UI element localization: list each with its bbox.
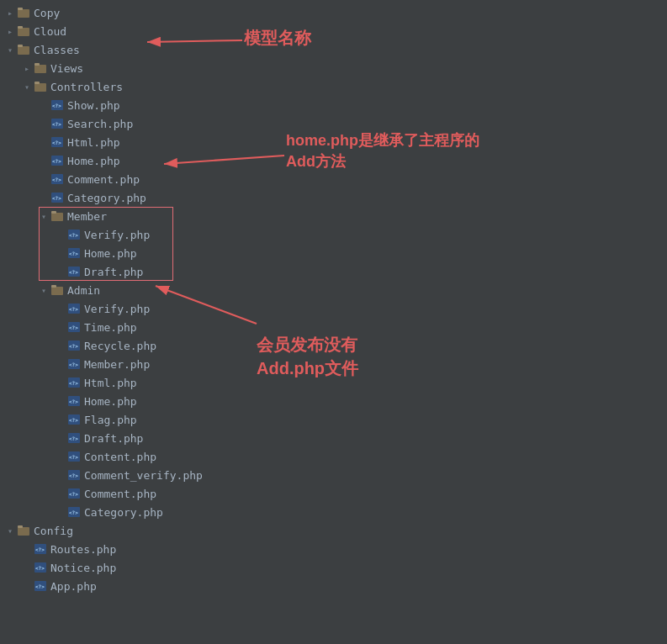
- tree-item-show[interactable]: <?> Show.php: [0, 96, 667, 114]
- tree-item-cloud[interactable]: Cloud: [0, 22, 667, 40]
- tree-item-member-verify[interactable]: <?> Verify.php: [0, 225, 667, 244]
- tree-item-admin-draft[interactable]: <?> Draft.php: [0, 429, 667, 447]
- tree-item-home[interactable]: <?> Home.php: [0, 151, 667, 170]
- item-label-controllers: Controllers: [50, 81, 123, 93]
- tree-item-admin-category[interactable]: <?> Category.php: [0, 503, 667, 521]
- php-icon-show: <?>: [50, 98, 64, 112]
- tree-item-admin-flag[interactable]: <?> Flag.php: [0, 410, 667, 429]
- folder-icon-views: [34, 61, 47, 75]
- item-label-admin-time: Time.php: [84, 321, 137, 334]
- folder-icon-config: [17, 524, 30, 537]
- tree-item-config[interactable]: Config: [0, 521, 667, 540]
- svg-text:<?>: <?>: [69, 325, 78, 330]
- tree-arrow-views: [20, 61, 34, 75]
- tree-item-member-draft[interactable]: <?> Draft.php: [0, 262, 667, 281]
- tree-item-copy[interactable]: Copy: [0, 3, 667, 22]
- tree-item-config-routes[interactable]: <?> Routes.php: [0, 540, 667, 558]
- item-label-html: Html.php: [67, 136, 120, 149]
- tree-item-classes[interactable]: Classes: [0, 40, 667, 59]
- tree-item-admin-content[interactable]: <?> Content.php: [0, 447, 667, 466]
- php-icon-category: <?>: [50, 191, 64, 204]
- php-icon-search: <?>: [50, 117, 64, 130]
- php-icon-member-draft: <?>: [67, 265, 81, 278]
- svg-rect-1: [18, 8, 23, 10]
- svg-text:<?>: <?>: [52, 158, 61, 164]
- item-label-admin-flag: Flag.php: [84, 414, 137, 426]
- tree-item-comment[interactable]: <?> Comment.php: [0, 170, 667, 188]
- svg-text:<?>: <?>: [69, 380, 78, 386]
- item-label-admin-member: Member.php: [84, 358, 150, 371]
- svg-rect-8: [34, 83, 46, 92]
- svg-text:<?>: <?>: [35, 546, 45, 552]
- tree-item-admin-recycle[interactable]: <?> Recycle.php: [0, 336, 667, 355]
- php-icon-config-app: <?>: [34, 579, 47, 593]
- tree-item-category[interactable]: <?> Category.php: [0, 188, 667, 207]
- item-label-member-draft: Draft.php: [84, 266, 143, 278]
- php-icon-comment: <?>: [50, 172, 64, 186]
- tree-item-admin-home[interactable]: <?> Home.php: [0, 392, 667, 410]
- tree-item-admin[interactable]: Admin: [0, 281, 667, 299]
- item-label-member: Member: [67, 210, 107, 223]
- tree-arrow-config: [3, 524, 17, 537]
- tree-item-html[interactable]: <?> Html.php: [0, 133, 667, 151]
- tree-arrow-member: [37, 209, 50, 223]
- svg-rect-5: [18, 45, 23, 47]
- php-icon-admin-comment-verify: <?>: [67, 468, 81, 482]
- tree-item-admin-member[interactable]: <?> Member.php: [0, 355, 667, 373]
- svg-text:<?>: <?>: [69, 232, 78, 238]
- svg-rect-22: [51, 213, 63, 221]
- svg-text:<?>: <?>: [35, 583, 45, 589]
- svg-rect-2: [18, 28, 29, 36]
- folder-icon-controllers: [34, 80, 47, 93]
- tree-item-admin-time[interactable]: <?> Time.php: [0, 318, 667, 336]
- tree-item-controllers[interactable]: Controllers: [0, 77, 667, 96]
- folder-icon-copy: [17, 6, 30, 19]
- item-label-admin-comment-verify: Comment_verify.php: [84, 469, 203, 482]
- php-icon-admin-category: <?>: [67, 505, 81, 519]
- tree-item-admin-html[interactable]: <?> Html.php: [0, 373, 667, 392]
- item-label-config-routes: Routes.php: [50, 543, 116, 556]
- folder-icon-classes: [17, 43, 30, 56]
- item-label-admin-content: Content.php: [84, 451, 156, 463]
- tree-arrow-controllers: [20, 80, 34, 93]
- svg-text:<?>: <?>: [69, 269, 78, 275]
- tree-arrow-copy: [3, 6, 17, 19]
- php-icon-config-notice: <?>: [34, 561, 47, 574]
- tree-arrow-classes: [3, 43, 17, 56]
- svg-rect-6: [34, 65, 46, 73]
- tree-item-search[interactable]: <?> Search.php: [0, 114, 667, 133]
- tree-item-views[interactable]: Views: [0, 59, 667, 77]
- php-icon-admin-time: <?>: [67, 320, 81, 334]
- svg-text:<?>: <?>: [52, 103, 61, 108]
- svg-text:<?>: <?>: [69, 491, 78, 497]
- item-label-admin-comment: Comment.php: [84, 488, 156, 500]
- svg-rect-0: [18, 9, 29, 18]
- php-icon-admin-home: <?>: [67, 394, 81, 408]
- item-label-classes: Classes: [34, 44, 80, 56]
- tree-item-admin-verify[interactable]: <?> Verify.php: [0, 299, 667, 318]
- tree-item-config-notice[interactable]: <?> Notice.php: [0, 558, 667, 577]
- php-icon-html: <?>: [50, 135, 64, 149]
- php-icon-config-routes: <?>: [34, 542, 47, 556]
- item-label-admin-html: Html.php: [84, 377, 137, 389]
- php-icon-admin-content: <?>: [67, 450, 81, 463]
- svg-rect-9: [34, 82, 40, 84]
- tree-item-admin-comment-verify[interactable]: <?> Comment_verify.php: [0, 466, 667, 484]
- svg-text:<?>: <?>: [52, 140, 61, 145]
- item-label-comment: Comment.php: [67, 173, 140, 186]
- svg-rect-30: [51, 287, 63, 295]
- php-icon-member-verify: <?>: [67, 228, 81, 241]
- folder-icon-admin: [50, 283, 64, 297]
- tree-item-config-app[interactable]: <?> App.php: [0, 577, 667, 595]
- php-icon-admin-verify: <?>: [67, 302, 81, 315]
- tree-item-admin-comment[interactable]: <?> Comment.php: [0, 484, 667, 503]
- svg-text:<?>: <?>: [69, 306, 78, 312]
- tree-item-member[interactable]: Member: [0, 207, 667, 225]
- tree-item-member-home[interactable]: <?> Home.php: [0, 244, 667, 262]
- item-label-member-home: Home.php: [84, 247, 137, 260]
- item-label-views: Views: [50, 62, 83, 75]
- php-icon-member-home: <?>: [67, 246, 81, 260]
- svg-rect-56: [18, 527, 29, 536]
- item-label-admin-home: Home.php: [84, 395, 137, 408]
- svg-text:<?>: <?>: [69, 472, 78, 478]
